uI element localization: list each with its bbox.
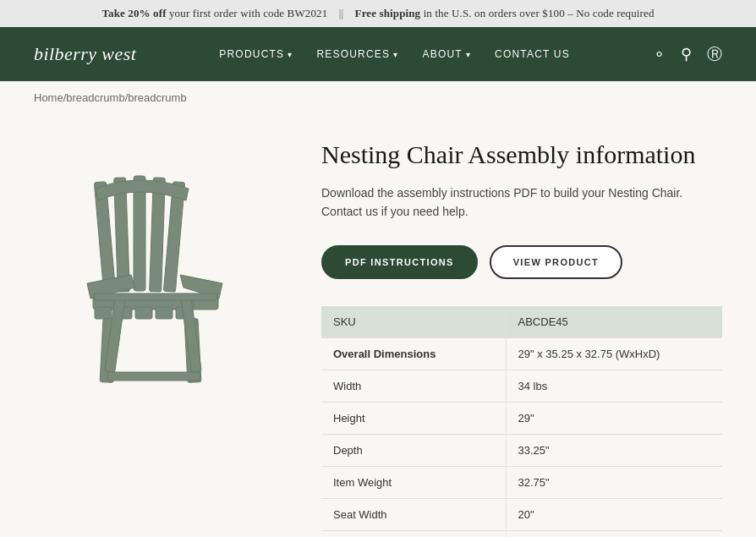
button-group: PDF INSTRUCTIONS VIEW PRODUCT	[321, 245, 722, 279]
chevron-down-icon: ▾	[288, 50, 293, 59]
spec-label: Width	[321, 370, 506, 402]
nav-resources-label: RESOURCES	[316, 48, 390, 60]
table-row: Item Weight32.75"	[321, 466, 722, 498]
cart-icon[interactable]: Ⓡ	[707, 47, 722, 62]
nav-products-label: PRODUCTS	[219, 48, 284, 60]
spec-value: 33.25"	[506, 434, 722, 466]
svg-rect-16	[94, 293, 217, 300]
chevron-down-icon: ▾	[466, 50, 471, 59]
product-title: Nesting Chair Assembly information	[321, 140, 722, 170]
main-content: Nesting Chair Assembly information Downl…	[0, 114, 756, 537]
product-desc-line1: Download the assembly instructions PDF t…	[321, 186, 682, 200]
account-icon[interactable]: ⚬	[653, 47, 666, 62]
chevron-down-icon: ▾	[393, 50, 398, 59]
table-row: Seat Width20"	[321, 498, 722, 530]
header-icons: ⚬ ⚲ Ⓡ	[653, 47, 722, 62]
search-icon[interactable]: ⚲	[681, 47, 692, 62]
nav-about[interactable]: ABOUT ▾	[422, 48, 471, 60]
svg-rect-15	[107, 372, 200, 381]
product-description: Download the assembly instructions PDF t…	[321, 184, 722, 222]
product-image	[55, 165, 249, 402]
specs-table: SKUABCDE45Overall Dimensions29" x 35.25 …	[321, 306, 722, 537]
table-row: Overall Dimensions29" x 35.25 x 32.75 (W…	[321, 337, 722, 370]
nav-products[interactable]: PRODUCTS ▾	[219, 48, 293, 60]
breadcrumb: Home/breadcrumb/breadcrumb	[0, 81, 756, 114]
spec-label: Height	[321, 402, 506, 434]
table-row: Height29"	[321, 402, 722, 434]
spec-label: Overall Dimensions	[321, 337, 506, 370]
announcement-text-1: your first order with code BW2021	[167, 7, 328, 19]
table-row: Width34 lbs	[321, 370, 722, 402]
spec-value: 17"	[506, 530, 722, 537]
nav-resources[interactable]: RESOURCES ▾	[316, 48, 398, 60]
view-product-button[interactable]: VIEW PRODUCT	[490, 245, 622, 279]
header: bilberry west PRODUCTS ▾ RESOURCES ▾ ABO…	[0, 27, 756, 81]
spec-value: 29"	[506, 402, 722, 434]
announcement-separator: ||	[339, 7, 343, 19]
spec-label: Seat Width	[321, 498, 506, 530]
spec-label: Item Weight	[321, 466, 506, 498]
announcement-bold-1: Take 20% off	[101, 7, 166, 19]
svg-rect-3	[150, 178, 166, 292]
announcement-bar: Take 20% off your first order with code …	[0, 0, 756, 27]
spec-label: Depth	[321, 434, 506, 466]
svg-rect-2	[134, 176, 145, 291]
svg-rect-9	[156, 307, 173, 319]
product-desc-line2: Contact us if you need help.	[321, 205, 468, 218]
nav-contact-label: CONTACT US	[495, 48, 570, 60]
main-nav: PRODUCTS ▾ RESOURCES ▾ ABOUT ▾ CONTACT U…	[219, 48, 570, 60]
table-row: Seat Depth17"	[321, 530, 722, 537]
product-image-area	[34, 131, 271, 537]
nav-about-label: ABOUT	[422, 48, 462, 60]
svg-rect-6	[95, 307, 112, 319]
nav-contact[interactable]: CONTACT US	[495, 48, 570, 60]
svg-rect-8	[135, 307, 152, 319]
spec-value: 34 lbs	[506, 370, 722, 402]
spec-value: 20"	[506, 498, 722, 530]
specs-sku-label: SKU	[321, 306, 506, 338]
logo[interactable]: bilberry west	[34, 43, 136, 65]
spec-value: 32.75"	[506, 466, 722, 498]
specs-sku-value: ABCDE45	[506, 306, 722, 338]
spec-label: Seat Depth	[321, 530, 506, 537]
announcement-text-2: in the U.S. on orders over $100 – No cod…	[420, 7, 654, 19]
table-row: Depth33.25"	[321, 434, 722, 466]
product-info: Nesting Chair Assembly information Downl…	[321, 131, 722, 537]
announcement-bold-2: Free shipping	[355, 7, 421, 19]
spec-value: 29" x 35.25 x 32.75 (WxHxD)	[506, 337, 722, 370]
pdf-instructions-button[interactable]: PDF INSTRUCTIONS	[321, 245, 478, 279]
